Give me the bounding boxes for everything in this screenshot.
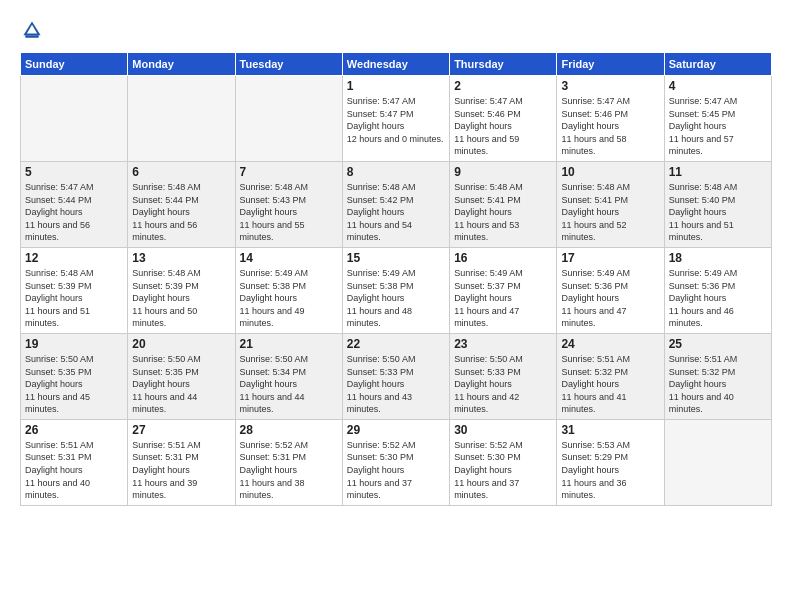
day-number: 3 — [561, 79, 659, 93]
day-number: 25 — [669, 337, 767, 351]
svg-rect-2 — [25, 35, 39, 38]
calendar-cell: 7Sunrise: 5:48 AMSunset: 5:43 PMDaylight… — [235, 161, 342, 247]
calendar-header-row: SundayMondayTuesdayWednesdayThursdayFrid… — [21, 53, 772, 76]
day-number: 12 — [25, 251, 123, 265]
calendar-cell: 11Sunrise: 5:48 AMSunset: 5:40 PMDayligh… — [664, 161, 771, 247]
day-info: Sunrise: 5:47 AMSunset: 5:46 PMDaylight … — [561, 95, 659, 158]
day-info: Sunrise: 5:47 AMSunset: 5:47 PMDaylight … — [347, 95, 445, 145]
calendar-cell — [235, 76, 342, 162]
day-info: Sunrise: 5:51 AMSunset: 5:32 PMDaylight … — [669, 353, 767, 416]
day-info: Sunrise: 5:48 AMSunset: 5:39 PMDaylight … — [132, 267, 230, 330]
day-info: Sunrise: 5:49 AMSunset: 5:36 PMDaylight … — [669, 267, 767, 330]
calendar-cell: 6Sunrise: 5:48 AMSunset: 5:44 PMDaylight… — [128, 161, 235, 247]
day-number: 28 — [240, 423, 338, 437]
day-info: Sunrise: 5:51 AMSunset: 5:31 PMDaylight … — [25, 439, 123, 502]
day-info: Sunrise: 5:51 AMSunset: 5:32 PMDaylight … — [561, 353, 659, 416]
calendar-header-thursday: Thursday — [450, 53, 557, 76]
day-info: Sunrise: 5:48 AMSunset: 5:40 PMDaylight … — [669, 181, 767, 244]
day-info: Sunrise: 5:48 AMSunset: 5:44 PMDaylight … — [132, 181, 230, 244]
day-number: 23 — [454, 337, 552, 351]
day-info: Sunrise: 5:47 AMSunset: 5:44 PMDaylight … — [25, 181, 123, 244]
calendar-header-friday: Friday — [557, 53, 664, 76]
calendar-cell — [21, 76, 128, 162]
day-number: 19 — [25, 337, 123, 351]
day-info: Sunrise: 5:49 AMSunset: 5:38 PMDaylight … — [240, 267, 338, 330]
calendar-cell: 31Sunrise: 5:53 AMSunset: 5:29 PMDayligh… — [557, 419, 664, 505]
calendar-cell: 16Sunrise: 5:49 AMSunset: 5:37 PMDayligh… — [450, 247, 557, 333]
calendar-header-monday: Monday — [128, 53, 235, 76]
day-number: 16 — [454, 251, 552, 265]
calendar-cell: 26Sunrise: 5:51 AMSunset: 5:31 PMDayligh… — [21, 419, 128, 505]
day-info: Sunrise: 5:47 AMSunset: 5:45 PMDaylight … — [669, 95, 767, 158]
calendar-week-row: 1Sunrise: 5:47 AMSunset: 5:47 PMDaylight… — [21, 76, 772, 162]
calendar-cell: 2Sunrise: 5:47 AMSunset: 5:46 PMDaylight… — [450, 76, 557, 162]
day-info: Sunrise: 5:48 AMSunset: 5:42 PMDaylight … — [347, 181, 445, 244]
calendar-cell: 5Sunrise: 5:47 AMSunset: 5:44 PMDaylight… — [21, 161, 128, 247]
day-number: 8 — [347, 165, 445, 179]
day-number: 10 — [561, 165, 659, 179]
day-info: Sunrise: 5:48 AMSunset: 5:41 PMDaylight … — [561, 181, 659, 244]
calendar-header-sunday: Sunday — [21, 53, 128, 76]
calendar-cell: 27Sunrise: 5:51 AMSunset: 5:31 PMDayligh… — [128, 419, 235, 505]
day-number: 18 — [669, 251, 767, 265]
day-number: 13 — [132, 251, 230, 265]
calendar-cell: 9Sunrise: 5:48 AMSunset: 5:41 PMDaylight… — [450, 161, 557, 247]
calendar-week-row: 12Sunrise: 5:48 AMSunset: 5:39 PMDayligh… — [21, 247, 772, 333]
day-number: 6 — [132, 165, 230, 179]
day-number: 20 — [132, 337, 230, 351]
calendar-header-tuesday: Tuesday — [235, 53, 342, 76]
day-number: 30 — [454, 423, 552, 437]
day-info: Sunrise: 5:50 AMSunset: 5:34 PMDaylight … — [240, 353, 338, 416]
calendar-cell: 25Sunrise: 5:51 AMSunset: 5:32 PMDayligh… — [664, 333, 771, 419]
calendar-week-row: 5Sunrise: 5:47 AMSunset: 5:44 PMDaylight… — [21, 161, 772, 247]
day-info: Sunrise: 5:52 AMSunset: 5:30 PMDaylight … — [454, 439, 552, 502]
logo — [20, 18, 48, 42]
day-info: Sunrise: 5:50 AMSunset: 5:35 PMDaylight … — [132, 353, 230, 416]
calendar-page: SundayMondayTuesdayWednesdayThursdayFrid… — [0, 0, 792, 612]
calendar-cell: 1Sunrise: 5:47 AMSunset: 5:47 PMDaylight… — [342, 76, 449, 162]
calendar-cell: 20Sunrise: 5:50 AMSunset: 5:35 PMDayligh… — [128, 333, 235, 419]
day-info: Sunrise: 5:48 AMSunset: 5:41 PMDaylight … — [454, 181, 552, 244]
calendar-table: SundayMondayTuesdayWednesdayThursdayFrid… — [20, 52, 772, 506]
calendar-cell: 23Sunrise: 5:50 AMSunset: 5:33 PMDayligh… — [450, 333, 557, 419]
calendar-week-row: 19Sunrise: 5:50 AMSunset: 5:35 PMDayligh… — [21, 333, 772, 419]
day-number: 7 — [240, 165, 338, 179]
day-info: Sunrise: 5:53 AMSunset: 5:29 PMDaylight … — [561, 439, 659, 502]
day-number: 11 — [669, 165, 767, 179]
day-number: 14 — [240, 251, 338, 265]
day-info: Sunrise: 5:51 AMSunset: 5:31 PMDaylight … — [132, 439, 230, 502]
calendar-cell: 22Sunrise: 5:50 AMSunset: 5:33 PMDayligh… — [342, 333, 449, 419]
day-number: 4 — [669, 79, 767, 93]
day-info: Sunrise: 5:47 AMSunset: 5:46 PMDaylight … — [454, 95, 552, 158]
day-number: 29 — [347, 423, 445, 437]
calendar-cell: 4Sunrise: 5:47 AMSunset: 5:45 PMDaylight… — [664, 76, 771, 162]
day-info: Sunrise: 5:49 AMSunset: 5:37 PMDaylight … — [454, 267, 552, 330]
day-info: Sunrise: 5:48 AMSunset: 5:39 PMDaylight … — [25, 267, 123, 330]
day-number: 21 — [240, 337, 338, 351]
day-info: Sunrise: 5:52 AMSunset: 5:31 PMDaylight … — [240, 439, 338, 502]
day-number: 26 — [25, 423, 123, 437]
calendar-cell: 19Sunrise: 5:50 AMSunset: 5:35 PMDayligh… — [21, 333, 128, 419]
calendar-cell: 21Sunrise: 5:50 AMSunset: 5:34 PMDayligh… — [235, 333, 342, 419]
calendar-cell: 13Sunrise: 5:48 AMSunset: 5:39 PMDayligh… — [128, 247, 235, 333]
calendar-cell: 8Sunrise: 5:48 AMSunset: 5:42 PMDaylight… — [342, 161, 449, 247]
day-number: 24 — [561, 337, 659, 351]
logo-icon — [20, 18, 44, 42]
calendar-cell: 30Sunrise: 5:52 AMSunset: 5:30 PMDayligh… — [450, 419, 557, 505]
day-info: Sunrise: 5:48 AMSunset: 5:43 PMDaylight … — [240, 181, 338, 244]
day-info: Sunrise: 5:50 AMSunset: 5:33 PMDaylight … — [454, 353, 552, 416]
calendar-header-saturday: Saturday — [664, 53, 771, 76]
calendar-cell: 3Sunrise: 5:47 AMSunset: 5:46 PMDaylight… — [557, 76, 664, 162]
day-number: 22 — [347, 337, 445, 351]
day-info: Sunrise: 5:49 AMSunset: 5:38 PMDaylight … — [347, 267, 445, 330]
calendar-cell: 12Sunrise: 5:48 AMSunset: 5:39 PMDayligh… — [21, 247, 128, 333]
calendar-cell: 28Sunrise: 5:52 AMSunset: 5:31 PMDayligh… — [235, 419, 342, 505]
day-number: 17 — [561, 251, 659, 265]
day-info: Sunrise: 5:49 AMSunset: 5:36 PMDaylight … — [561, 267, 659, 330]
calendar-cell: 15Sunrise: 5:49 AMSunset: 5:38 PMDayligh… — [342, 247, 449, 333]
day-info: Sunrise: 5:50 AMSunset: 5:33 PMDaylight … — [347, 353, 445, 416]
day-number: 27 — [132, 423, 230, 437]
day-number: 31 — [561, 423, 659, 437]
calendar-cell: 10Sunrise: 5:48 AMSunset: 5:41 PMDayligh… — [557, 161, 664, 247]
calendar-cell: 24Sunrise: 5:51 AMSunset: 5:32 PMDayligh… — [557, 333, 664, 419]
